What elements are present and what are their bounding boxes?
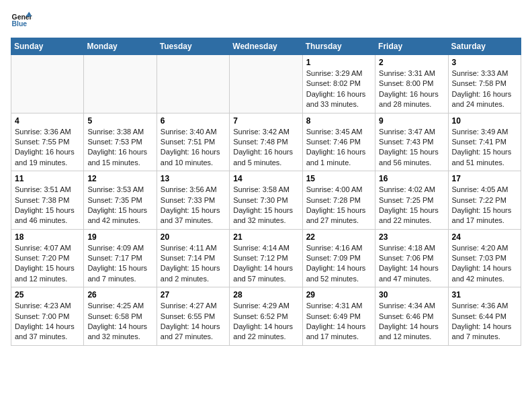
- calendar-cell: 25 Sunrise: 4:23 AM Sunset: 7:00 PM Dayl…: [11, 287, 84, 346]
- calendar-cell: 26 Sunrise: 4:25 AM Sunset: 6:58 PM Dayl…: [84, 287, 157, 346]
- calendar-cell: 10 Sunrise: 3:49 AM Sunset: 7:41 PM Dayl…: [448, 113, 521, 171]
- calendar-cell: 1 Sunrise: 3:29 AM Sunset: 8:02 PM Dayli…: [302, 55, 375, 113]
- day-info: Sunrise: 4:18 AM Sunset: 7:06 PM Dayligh…: [379, 243, 444, 285]
- calendar-cell: 30 Sunrise: 4:34 AM Sunset: 6:46 PM Dayl…: [375, 287, 448, 346]
- day-info: Sunrise: 3:58 AM Sunset: 7:30 PM Dayligh…: [233, 185, 298, 226]
- calendar-cell: 9 Sunrise: 3:47 AM Sunset: 7:43 PM Dayli…: [375, 113, 448, 171]
- weekday-header-monday: Monday: [84, 38, 157, 55]
- day-info: Sunrise: 4:07 AM Sunset: 7:20 PM Dayligh…: [15, 243, 80, 285]
- calendar-cell: 20 Sunrise: 4:11 AM Sunset: 7:14 PM Dayl…: [157, 229, 229, 287]
- day-info: Sunrise: 4:09 AM Sunset: 7:17 PM Dayligh…: [87, 243, 152, 285]
- weekday-header-tuesday: Tuesday: [157, 38, 229, 55]
- weekday-header-wednesday: Wednesday: [230, 38, 302, 55]
- day-number: 28: [233, 290, 298, 300]
- day-number: 15: [306, 174, 371, 183]
- day-number: 29: [306, 290, 371, 300]
- calendar-cell: [230, 55, 302, 113]
- day-number: 17: [452, 174, 517, 183]
- calendar-cell: 28 Sunrise: 4:29 AM Sunset: 6:52 PM Dayl…: [230, 287, 302, 346]
- day-number: 22: [306, 232, 371, 242]
- calendar-header-row: SundayMondayTuesdayWednesdayThursdayFrid…: [11, 38, 521, 55]
- calendar-week-4: 18 Sunrise: 4:07 AM Sunset: 7:20 PM Dayl…: [11, 229, 521, 287]
- calendar-cell: 14 Sunrise: 3:58 AM Sunset: 7:30 PM Dayl…: [230, 171, 302, 230]
- calendar-cell: 11 Sunrise: 3:51 AM Sunset: 7:38 PM Dayl…: [11, 171, 84, 230]
- calendar-cell: 21 Sunrise: 4:14 AM Sunset: 7:12 PM Dayl…: [230, 229, 302, 287]
- calendar-cell: 22 Sunrise: 4:16 AM Sunset: 7:09 PM Dayl…: [302, 229, 375, 287]
- day-number: 12: [87, 174, 152, 183]
- day-number: 1: [306, 58, 371, 67]
- day-number: 31: [452, 290, 517, 300]
- day-number: 5: [87, 116, 152, 126]
- day-info: Sunrise: 4:34 AM Sunset: 6:46 PM Dayligh…: [379, 301, 444, 342]
- day-number: 20: [161, 232, 226, 242]
- day-info: Sunrise: 4:05 AM Sunset: 7:22 PM Dayligh…: [452, 185, 517, 226]
- day-info: Sunrise: 3:29 AM Sunset: 8:02 PM Dayligh…: [306, 68, 371, 110]
- calendar-cell: 17 Sunrise: 4:05 AM Sunset: 7:22 PM Dayl…: [448, 171, 521, 230]
- calendar-cell: [157, 55, 229, 113]
- calendar-cell: 23 Sunrise: 4:18 AM Sunset: 7:06 PM Dayl…: [375, 229, 448, 287]
- calendar-cell: 27 Sunrise: 4:27 AM Sunset: 6:55 PM Dayl…: [157, 287, 229, 346]
- day-number: 30: [379, 290, 444, 300]
- svg-rect-3: [26, 15, 31, 16]
- day-info: Sunrise: 3:38 AM Sunset: 7:53 PM Dayligh…: [87, 127, 152, 169]
- calendar-cell: 5 Sunrise: 3:38 AM Sunset: 7:53 PM Dayli…: [84, 113, 157, 171]
- day-number: 11: [15, 174, 80, 183]
- day-info: Sunrise: 3:45 AM Sunset: 7:46 PM Dayligh…: [306, 127, 371, 169]
- day-number: 2: [379, 58, 444, 67]
- calendar-cell: 15 Sunrise: 4:00 AM Sunset: 7:28 PM Dayl…: [302, 171, 375, 230]
- day-info: Sunrise: 4:29 AM Sunset: 6:52 PM Dayligh…: [233, 301, 298, 342]
- day-info: Sunrise: 4:11 AM Sunset: 7:14 PM Dayligh…: [161, 243, 226, 285]
- day-number: 3: [452, 58, 517, 67]
- weekday-header-thursday: Thursday: [302, 38, 375, 55]
- day-info: Sunrise: 4:00 AM Sunset: 7:28 PM Dayligh…: [306, 185, 371, 226]
- day-info: Sunrise: 3:40 AM Sunset: 7:51 PM Dayligh…: [161, 127, 226, 169]
- weekday-header-sunday: Sunday: [11, 38, 84, 55]
- calendar-cell: 8 Sunrise: 3:45 AM Sunset: 7:46 PM Dayli…: [302, 113, 375, 171]
- day-number: 24: [452, 232, 517, 242]
- calendar-cell: 13 Sunrise: 3:56 AM Sunset: 7:33 PM Dayl…: [157, 171, 229, 230]
- logo: General Blue: [11, 11, 35, 30]
- day-info: Sunrise: 3:36 AM Sunset: 7:55 PM Dayligh…: [15, 127, 80, 169]
- day-number: 21: [233, 232, 298, 242]
- day-number: 26: [87, 290, 152, 300]
- calendar-cell: 31 Sunrise: 4:36 AM Sunset: 6:44 PM Dayl…: [448, 287, 521, 346]
- calendar-table: SundayMondayTuesdayWednesdayThursdayFrid…: [11, 38, 521, 346]
- day-info: Sunrise: 4:25 AM Sunset: 6:58 PM Dayligh…: [87, 301, 152, 342]
- calendar-cell: 29 Sunrise: 4:31 AM Sunset: 6:49 PM Dayl…: [302, 287, 375, 346]
- calendar-cell: 3 Sunrise: 3:33 AM Sunset: 7:58 PM Dayli…: [448, 55, 521, 113]
- day-info: Sunrise: 4:23 AM Sunset: 7:00 PM Dayligh…: [15, 301, 80, 342]
- day-number: 18: [15, 232, 80, 242]
- calendar-week-2: 4 Sunrise: 3:36 AM Sunset: 7:55 PM Dayli…: [11, 113, 521, 171]
- day-info: Sunrise: 3:51 AM Sunset: 7:38 PM Dayligh…: [15, 185, 80, 226]
- calendar-cell: 4 Sunrise: 3:36 AM Sunset: 7:55 PM Dayli…: [11, 113, 84, 171]
- day-info: Sunrise: 4:16 AM Sunset: 7:09 PM Dayligh…: [306, 243, 371, 285]
- day-info: Sunrise: 3:49 AM Sunset: 7:41 PM Dayligh…: [452, 127, 517, 169]
- day-number: 25: [15, 290, 80, 300]
- weekday-header-friday: Friday: [375, 38, 448, 55]
- day-info: Sunrise: 3:56 AM Sunset: 7:33 PM Dayligh…: [161, 185, 226, 226]
- calendar-cell: 7 Sunrise: 3:42 AM Sunset: 7:48 PM Dayli…: [230, 113, 302, 171]
- page-header: General Blue: [11, 11, 521, 30]
- calendar-cell: 19 Sunrise: 4:09 AM Sunset: 7:17 PM Dayl…: [84, 229, 157, 287]
- day-info: Sunrise: 3:33 AM Sunset: 7:58 PM Dayligh…: [452, 68, 517, 110]
- day-number: 27: [161, 290, 226, 300]
- calendar-week-1: 1 Sunrise: 3:29 AM Sunset: 8:02 PM Dayli…: [11, 55, 521, 113]
- calendar-cell: 16 Sunrise: 4:02 AM Sunset: 7:25 PM Dayl…: [375, 171, 448, 230]
- day-info: Sunrise: 4:14 AM Sunset: 7:12 PM Dayligh…: [233, 243, 298, 285]
- weekday-header-saturday: Saturday: [448, 38, 521, 55]
- day-number: 7: [233, 116, 298, 126]
- day-info: Sunrise: 3:47 AM Sunset: 7:43 PM Dayligh…: [379, 127, 444, 169]
- day-number: 13: [161, 174, 226, 183]
- day-info: Sunrise: 3:42 AM Sunset: 7:48 PM Dayligh…: [233, 127, 298, 169]
- day-number: 9: [379, 116, 444, 126]
- day-info: Sunrise: 4:27 AM Sunset: 6:55 PM Dayligh…: [161, 301, 226, 342]
- calendar-cell: [11, 55, 84, 113]
- calendar-cell: 6 Sunrise: 3:40 AM Sunset: 7:51 PM Dayli…: [157, 113, 229, 171]
- day-info: Sunrise: 3:31 AM Sunset: 8:00 PM Dayligh…: [379, 68, 444, 110]
- day-info: Sunrise: 4:20 AM Sunset: 7:03 PM Dayligh…: [452, 243, 517, 285]
- calendar-week-3: 11 Sunrise: 3:51 AM Sunset: 7:38 PM Dayl…: [11, 171, 521, 230]
- day-number: 19: [87, 232, 152, 242]
- day-info: Sunrise: 4:36 AM Sunset: 6:44 PM Dayligh…: [452, 301, 517, 342]
- calendar-cell: 18 Sunrise: 4:07 AM Sunset: 7:20 PM Dayl…: [11, 229, 84, 287]
- day-number: 8: [306, 116, 371, 126]
